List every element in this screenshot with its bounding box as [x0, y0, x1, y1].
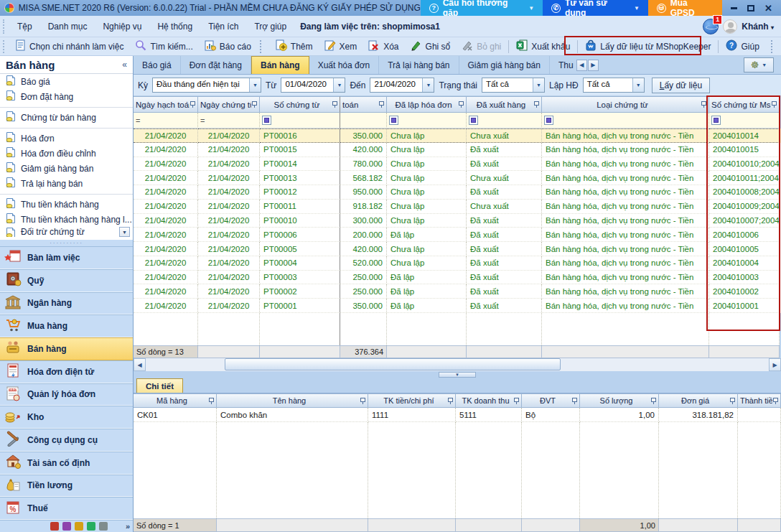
- minimize-button[interactable]: [731, 7, 737, 9]
- table-row[interactable]: 21/04/202021/04/2020PT00010300.000Chưa l…: [134, 214, 781, 228]
- column-header-3[interactable]: toán: [340, 96, 387, 113]
- table-row[interactable]: 21/04/202021/04/2020PT00001350.000Đã lập…: [134, 299, 781, 313]
- pushpin-icon[interactable]: [533, 101, 539, 108]
- filter-button-icon[interactable]: [389, 116, 398, 125]
- pushpin-icon[interactable]: [650, 398, 656, 404]
- menu-item-2[interactable]: Nghiệp vụ: [95, 22, 149, 32]
- sidebar-splitter[interactable]: ··········: [0, 240, 133, 246]
- table-row[interactable]: 21/04/202021/04/2020PT00005420.000Chưa l…: [134, 242, 781, 256]
- menu-item-3[interactable]: Hệ thống: [149, 22, 200, 32]
- mini-module-icon[interactable]: [75, 522, 83, 531]
- toolbar-button-8[interactable]: Xuất khẩu: [510, 38, 576, 55]
- pushpin-icon[interactable]: [332, 101, 337, 108]
- toolbar-button-2[interactable]: Báo cáo: [199, 38, 257, 55]
- detail-column-header-0[interactable]: Mã hàng: [134, 393, 217, 408]
- toolbar-button-1[interactable]: Tìm kiếm...: [129, 38, 198, 55]
- sidebar-item-2-2[interactable]: Giảm giá hàng bán: [0, 161, 133, 176]
- scroll-left-button[interactable]: ◀: [134, 358, 146, 371]
- sidebar-module-tiền-lương[interactable]: Tiền lương: [0, 475, 133, 498]
- period-select[interactable]: Đầu tháng đến hiện tại▼: [152, 78, 261, 93]
- notification-globe-icon[interactable]: 1: [703, 19, 719, 34]
- pushpin-icon[interactable]: [771, 101, 777, 108]
- toolbar-button-5[interactable]: Xóa: [363, 38, 404, 55]
- table-row[interactable]: 21/04/202021/04/2020PT00003250.000Đã lập…: [134, 271, 781, 285]
- invoice-select[interactable]: Tất cả▼: [583, 78, 645, 93]
- table-row[interactable]: 21/04/202021/04/2020PT00013568.182Chưa l…: [134, 171, 781, 185]
- sidebar-item-1-0[interactable]: Chứng từ bán hàng: [0, 110, 133, 125]
- detail-column-header-3[interactable]: TK doanh thu: [456, 393, 522, 408]
- column-header-4[interactable]: Đã lập hóa đơn: [387, 96, 467, 113]
- pushpin-icon[interactable]: [701, 101, 706, 108]
- toolbar-button-10[interactable]: ?Giúp: [720, 38, 764, 55]
- to-date-select[interactable]: 21/04/2020▼: [370, 78, 434, 93]
- status-select[interactable]: Tất cả▼: [482, 78, 545, 93]
- sidebar-item-3-0[interactable]: Thu tiền khách hàng: [0, 197, 133, 212]
- collapse-sidebar-icon[interactable]: «: [122, 60, 127, 70]
- table-row[interactable]: 21/04/202021/04/2020PT00016350.000Chưa l…: [134, 129, 781, 143]
- tab-5[interactable]: Giảm giá hàng bán: [459, 56, 550, 74]
- sidebar-item-3-2[interactable]: Đối trừ chứng từ: [0, 227, 133, 237]
- column-header-7[interactable]: Số chứng từ Mshop: [709, 96, 780, 113]
- detail-column-header-7[interactable]: Thành tiền: [738, 393, 781, 408]
- detail-column-header-5[interactable]: Số lượng: [580, 393, 659, 408]
- pushpin-icon[interactable]: [729, 398, 735, 404]
- menu-item-1[interactable]: Danh mục: [40, 22, 95, 32]
- scrollbar-thumb[interactable]: [225, 358, 561, 370]
- detail-column-header-1[interactable]: Tên hàng: [217, 393, 368, 408]
- toolbar-grip[interactable]: [3, 40, 6, 53]
- sidebar-module-kho[interactable]: Kho: [0, 406, 133, 429]
- grid-settings-button[interactable]: ☸▼: [744, 57, 774, 73]
- scroll-right-button[interactable]: ▶: [769, 358, 781, 371]
- detail-column-header-6[interactable]: Đơn giá: [659, 393, 738, 408]
- table-row[interactable]: 21/04/202021/04/2020PT00014780.000Chưa l…: [134, 157, 781, 172]
- tab-detail[interactable]: Chi tiết: [136, 378, 183, 393]
- column-header-0[interactable]: Ngày hạch toán: [134, 96, 198, 113]
- mini-module-icon[interactable]: [87, 522, 95, 531]
- buy-license-button[interactable]: ⛁ Mua GPSD: [648, 0, 722, 16]
- sidebar-module-thuế[interactable]: %Thuế: [0, 497, 133, 520]
- user-menu[interactable]: Khánh ▾: [742, 22, 774, 32]
- pushpin-icon[interactable]: [190, 101, 195, 108]
- menu-item-5[interactable]: Trợ giúp: [246, 22, 294, 32]
- sidebar-item-2-3[interactable]: Trả lại hàng bán: [0, 176, 133, 191]
- sidebar-module-bàn-làm-việc[interactable]: Bàn làm việc: [0, 246, 133, 269]
- menu-item-4[interactable]: Tiện ích: [200, 22, 246, 32]
- mini-module-icon[interactable]: [99, 522, 108, 531]
- consult-button[interactable]: ✆ Tư vấn sử dụng ▼: [543, 0, 648, 16]
- pushpin-icon[interactable]: [513, 398, 519, 404]
- sidebar-module-mua-hàng[interactable]: Mua hàng: [0, 314, 133, 337]
- pushpin-icon[interactable]: [251, 101, 257, 108]
- toolbar-grip[interactable]: [3, 19, 6, 34]
- filter-button-icon[interactable]: [262, 116, 271, 125]
- sidebar-module-công-cụ-dụng-cụ[interactable]: Công cụ dụng cụ: [0, 429, 133, 452]
- toolbar-group-grip[interactable]: [260, 40, 267, 53]
- column-header-5[interactable]: Đã xuất hàng: [467, 96, 542, 113]
- filter-button-icon[interactable]: [544, 116, 553, 125]
- table-row[interactable]: 21/04/202021/04/2020PT00004520.000Chưa l…: [134, 256, 781, 271]
- pushpin-icon[interactable]: [208, 398, 214, 404]
- sidebar-module-quản-lý-hóa-đơn[interactable]: HÓA ĐƠNQuản lý hóa đơn: [0, 383, 133, 406]
- table-row[interactable]: 21/04/202021/04/2020PT00006200.000Đã lập…: [134, 228, 781, 242]
- sidebar-module-bán-hàng[interactable]: Bán hàng: [0, 337, 133, 360]
- sidebar-item-3-1[interactable]: Thu tiền khách hàng hàng l...: [0, 212, 133, 227]
- toolbar-button-0[interactable]: Chọn chi nhánh làm việc: [9, 38, 129, 55]
- sidebar-module-ngân-hàng[interactable]: Ngân hàng: [0, 292, 133, 315]
- pushpin-icon[interactable]: [772, 398, 778, 404]
- column-header-2[interactable]: Số chứng từ: [260, 96, 340, 113]
- sidebar-item-2-1[interactable]: Hóa đơn điều chỉnh: [0, 146, 133, 161]
- menu-item-0[interactable]: Tệp: [9, 22, 40, 32]
- scrollbar-track[interactable]: [146, 358, 769, 371]
- tab-scroll-left-icon[interactable]: ◀: [576, 60, 587, 71]
- tab-0[interactable]: Báo giá: [134, 56, 181, 74]
- column-header-6[interactable]: Loại chứng từ: [542, 96, 709, 113]
- column-header-1[interactable]: Ngày chứng từ: [198, 96, 260, 113]
- tab-2[interactable]: Bán hàng: [251, 56, 309, 74]
- faq-button[interactable]: ? Câu hỏi thường gặp ▼: [421, 0, 543, 16]
- table-row[interactable]: 21/04/202021/04/2020PT00015420.000Chưa l…: [134, 143, 781, 157]
- filter-button-icon[interactable]: [469, 116, 478, 125]
- tab-6[interactable]: Thu: [550, 56, 574, 74]
- tab-scroll-right-icon[interactable]: ▶: [588, 60, 599, 71]
- pushpin-icon[interactable]: [360, 398, 365, 404]
- tab-3[interactable]: Xuất hóa đơn: [309, 56, 380, 74]
- toolbar-button-6[interactable]: Ghi sổ: [405, 38, 457, 55]
